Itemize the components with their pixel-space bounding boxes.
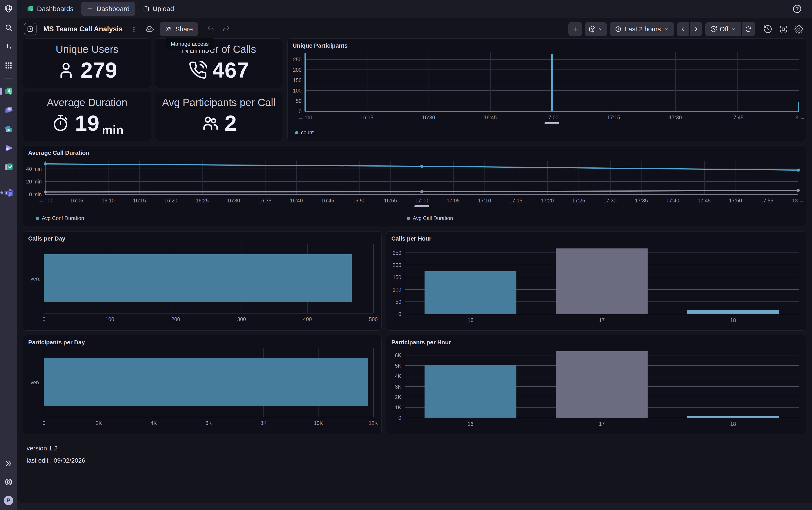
bar[interactable] bbox=[424, 271, 516, 314]
tab-dashboards[interactable]: Dashboards bbox=[21, 2, 79, 16]
shift-time-forward-button[interactable] bbox=[690, 22, 702, 36]
gridline bbox=[367, 52, 367, 111]
fullscreen-icon bbox=[779, 25, 788, 33]
y-axis-tick: 150 bbox=[293, 77, 302, 84]
y-axis-line bbox=[404, 348, 405, 418]
sidebar-item-media-app[interactable] bbox=[4, 143, 13, 153]
panel-toggle-icon bbox=[27, 26, 34, 32]
top-tab-bar: Dashboards Dashboard Upload bbox=[17, 0, 812, 18]
legend-item[interactable]: count bbox=[295, 130, 313, 136]
x-axis-tick: 8K bbox=[260, 420, 267, 426]
data-point[interactable] bbox=[796, 189, 800, 192]
people-icon bbox=[165, 26, 172, 33]
bar[interactable] bbox=[687, 310, 779, 314]
add-panel-button[interactable] bbox=[568, 22, 582, 36]
data-point[interactable] bbox=[44, 191, 47, 194]
shift-time-back-button[interactable] bbox=[677, 22, 689, 36]
kpi-value: 19 bbox=[75, 111, 100, 136]
bar[interactable] bbox=[44, 254, 352, 302]
fullscreen-button[interactable] bbox=[777, 23, 789, 35]
time-scroll-handle[interactable] bbox=[544, 122, 560, 124]
users-icon bbox=[201, 114, 220, 133]
participants-per-day-plot: 02K4K6K8K10K12Kven. bbox=[44, 348, 373, 417]
x-axis-tick: 16:15 bbox=[360, 115, 373, 121]
x-axis-tick: 300 bbox=[237, 316, 246, 322]
plus-icon bbox=[87, 5, 93, 12]
legend-dot-icon bbox=[295, 131, 298, 134]
clock-icon bbox=[615, 26, 622, 32]
x-axis-tick: 200 bbox=[172, 316, 180, 322]
legend-item[interactable]: Avg Conf Duration bbox=[36, 215, 84, 221]
user-avatar[interactable]: P bbox=[4, 495, 13, 506]
redo-icon bbox=[222, 25, 230, 33]
sidebar-item-tasks-app[interactable] bbox=[4, 162, 13, 172]
panel-list-toggle-button[interactable] bbox=[24, 23, 36, 35]
grid-icon bbox=[4, 61, 12, 69]
sidebar-divider bbox=[4, 180, 13, 180]
x-axis-tick: 16:35 bbox=[259, 198, 272, 204]
gridline bbox=[490, 52, 491, 111]
bar[interactable] bbox=[556, 249, 648, 314]
tab-new-dashboard[interactable]: Dashboard bbox=[81, 2, 135, 16]
x-axis-tick: 17:10 bbox=[478, 198, 491, 204]
kpi-value: 279 bbox=[81, 58, 117, 83]
y-axis-tick: 0 bbox=[398, 311, 401, 317]
data-point[interactable] bbox=[420, 190, 423, 193]
x-axis-tick: 17 bbox=[599, 317, 605, 323]
time-range-picker[interactable]: Last 2 hours bbox=[610, 22, 674, 36]
sidebar-item-collections-app[interactable] bbox=[4, 105, 13, 115]
data-point[interactable] bbox=[796, 169, 800, 172]
kpi-unit: min bbox=[102, 123, 123, 137]
data-point[interactable] bbox=[44, 162, 47, 165]
bar[interactable] bbox=[556, 351, 648, 418]
x-axis-tick: 16:30 bbox=[422, 115, 435, 121]
sidebar-item-dashboards-app[interactable] bbox=[4, 86, 13, 96]
x-axis-tick: 17:00 bbox=[545, 115, 559, 121]
y-axis-tick: 20 min bbox=[26, 179, 42, 185]
bar[interactable] bbox=[44, 358, 368, 406]
time-scroll-handle[interactable] bbox=[414, 205, 429, 207]
legend-label: Avg Call Duration bbox=[413, 215, 453, 221]
bar[interactable] bbox=[798, 102, 800, 111]
bar[interactable] bbox=[424, 365, 516, 418]
sidebar-ai-assistant[interactable] bbox=[4, 41, 13, 52]
x-axis-tick: 16:15 bbox=[133, 198, 146, 204]
calls-per-day-plot: 0100200300400500ven. bbox=[44, 244, 373, 313]
more-options-button[interactable] bbox=[129, 24, 139, 34]
x-axis-tick: 16:40 bbox=[290, 198, 303, 204]
scene-dropdown-button[interactable] bbox=[585, 22, 607, 36]
sidebar-apps-grid[interactable] bbox=[4, 60, 13, 70]
bar[interactable] bbox=[551, 54, 552, 111]
kpi-grid: Unique Users 279 Number of Calls 467 bbox=[23, 38, 283, 141]
data-point[interactable] bbox=[420, 165, 423, 168]
refresh-button[interactable] bbox=[742, 22, 755, 36]
x-axis-tick: 4K bbox=[151, 420, 157, 426]
sidebar: P bbox=[0, 0, 17, 510]
help-button[interactable] bbox=[790, 2, 804, 16]
cloud-sync-button[interactable] bbox=[143, 23, 156, 35]
dashboards-tab-icon bbox=[27, 5, 34, 12]
dashboards-app-icon bbox=[4, 86, 13, 96]
tasks-app-icon bbox=[4, 162, 13, 172]
bar[interactable] bbox=[304, 53, 306, 111]
sidebar-item-teams-app[interactable] bbox=[4, 188, 13, 198]
sidebar-item-shapes-app[interactable] bbox=[4, 124, 13, 134]
settings-button[interactable] bbox=[792, 23, 805, 35]
undo-button[interactable] bbox=[205, 23, 216, 35]
share-button[interactable]: Share bbox=[160, 22, 198, 36]
tab-upload[interactable]: Upload bbox=[138, 2, 180, 16]
redo-button[interactable] bbox=[220, 23, 232, 35]
y-axis-tick: 6K bbox=[395, 352, 401, 359]
app-logo[interactable] bbox=[4, 4, 13, 13]
x-axis-tick: 18 → bbox=[792, 115, 805, 121]
sidebar-help[interactable] bbox=[4, 477, 13, 487]
sidebar-expand[interactable] bbox=[4, 458, 13, 469]
legend-item[interactable]: Avg Call Duration bbox=[407, 215, 453, 221]
manage-access-tooltip: Manage access bbox=[165, 38, 214, 50]
auto-refresh-dropdown[interactable]: Off bbox=[705, 22, 741, 36]
sidebar-search[interactable] bbox=[4, 23, 13, 32]
x-axis-tick: 2K bbox=[96, 420, 102, 426]
phone-icon bbox=[188, 61, 207, 80]
history-button[interactable] bbox=[761, 23, 774, 35]
chevron-left-icon bbox=[681, 26, 686, 32]
